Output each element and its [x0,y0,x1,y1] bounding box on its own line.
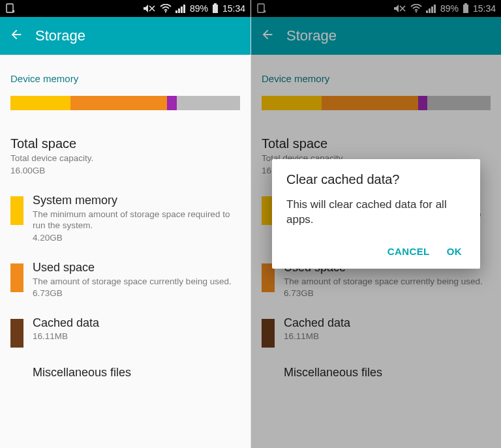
bar-segment-free [177,96,240,110]
back-icon[interactable] [9,27,23,44]
row-cached-data[interactable]: Cached data 16.11MB [262,310,491,359]
status-bar: 89% 15:34 [251,0,501,17]
app-header: Storage [0,17,250,55]
row-total-space[interactable]: Total space Total device capacity. 16.00… [10,130,240,187]
storage-usage-bar [262,96,491,110]
system-value: 4.20GB [33,233,240,243]
cached-label: Cached data [284,316,491,330]
bar-segment-system [262,96,322,110]
status-bar: 89% 15:34 [0,0,250,17]
system-desc: The minimum amount of storage space requ… [33,209,240,231]
mute-icon [393,4,406,13]
used-desc: The amount of storage space currently be… [33,276,240,288]
svg-rect-15 [464,3,467,5]
swatch-cached [262,319,275,348]
dialog-body: This will clear cached data for all apps… [286,198,466,228]
svg-rect-0 [7,4,13,12]
battery-icon [463,3,469,14]
total-desc: Total device capacity. [10,153,240,164]
svg-rect-7 [214,3,217,5]
battery-pct: 89% [190,3,208,14]
dialog-actions: CANCEL OK [286,242,466,262]
swatch-cached [10,319,23,348]
system-label: System memory [33,194,240,207]
row-misc-files[interactable]: Miscellaneous files [262,359,491,393]
used-label: Used space [33,261,240,275]
svg-rect-6 [213,5,218,13]
svg-rect-5 [183,5,185,13]
svg-rect-4 [181,7,183,13]
used-value: 6.73GB [284,288,491,298]
ok-button[interactable]: OK [447,246,462,257]
svg-rect-8 [258,4,264,12]
cached-value: 16.11MB [33,331,240,341]
svg-rect-14 [463,5,468,13]
misc-label: Miscellaneous files [284,366,491,380]
wifi-icon [160,4,172,13]
mute-icon [143,4,156,13]
page-title: Storage [286,27,337,44]
svg-rect-11 [429,8,431,13]
svg-point-1 [165,11,166,12]
total-label: Total space [10,136,240,151]
total-label: Total space [262,136,491,151]
total-value: 16.00GB [10,166,240,175]
battery-pct: 89% [440,3,459,14]
dialog-clear-cache: Clear cached data? This will clear cache… [272,159,480,269]
swatch-used [10,263,23,292]
wifi-icon [410,4,422,13]
bar-segment-free [427,96,491,110]
used-desc: The amount of storage space currently be… [284,276,491,288]
page-title: Storage [35,27,85,44]
used-value: 6.73GB [33,288,240,298]
storage-usage-bar [10,96,240,110]
clock: 15:34 [222,3,245,14]
app-header: Storage [251,17,501,55]
svg-point-9 [416,11,417,12]
screenshot-right: 89% 15:34 Storage Device memory Total sp… [250,0,501,448]
svg-rect-12 [431,7,433,13]
app-indicator-icon [256,3,267,14]
svg-rect-10 [426,10,428,13]
screenshot-left: 89% 15:34 Storage Device memory Total sp… [0,0,250,448]
cancel-button[interactable]: CANCEL [387,246,430,257]
svg-rect-3 [178,8,180,13]
signal-icon [426,4,436,13]
storage-content: Device memory Total space Total device c… [0,73,250,393]
row-misc-files[interactable]: Miscellaneous files [10,359,240,393]
dialog-title: Clear cached data? [286,172,466,187]
bar-segment-other [418,96,428,110]
svg-rect-13 [434,5,436,13]
misc-label: Miscellaneous files [33,366,240,380]
bar-segment-used [70,96,167,110]
section-device-memory: Device memory [262,73,491,84]
row-system-memory[interactable]: System memory The minimum amount of stor… [10,187,240,254]
cached-value: 16.11MB [284,331,491,341]
swatch-system [10,196,23,225]
svg-rect-2 [175,10,177,13]
battery-icon [212,3,219,14]
bar-segment-system [10,96,70,110]
clock: 15:34 [473,3,496,14]
signal-icon [175,4,186,13]
bar-segment-used [322,96,418,110]
back-icon[interactable] [260,27,275,44]
cached-label: Cached data [33,316,240,330]
section-device-memory: Device memory [10,73,240,84]
app-indicator-icon [5,3,16,14]
row-cached-data[interactable]: Cached data 16.11MB [10,310,240,359]
bar-segment-other [167,96,177,110]
row-used-space[interactable]: Used space The amount of storage space c… [10,254,240,310]
